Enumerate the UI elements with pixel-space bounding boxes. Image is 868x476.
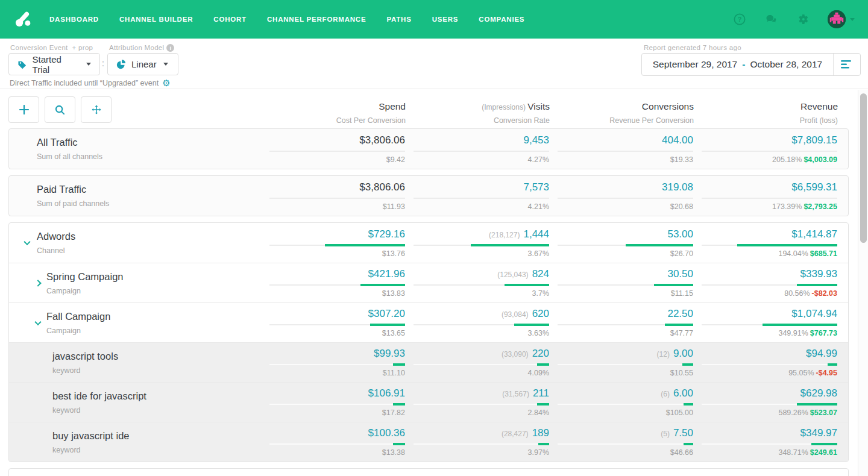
metric-value[interactable]: (31,567)211 bbox=[414, 387, 549, 399]
nav-item-channel-performance[interactable]: CHANNEL PERFORMANCE bbox=[267, 16, 366, 23]
chevron-down-icon[interactable] bbox=[34, 318, 41, 325]
table-row[interactable]: Spring CampaignCampaign$421.96$13.83(125… bbox=[9, 263, 848, 302]
metric-bar bbox=[269, 324, 405, 326]
column-header-spend: SpendCost Per Conversion bbox=[262, 96, 406, 125]
metric-value[interactable]: (93,084)620 bbox=[414, 308, 549, 320]
metric-value[interactable]: 9,453 bbox=[414, 134, 549, 146]
row-title: All Traffic bbox=[37, 137, 261, 148]
metric-value[interactable]: $307.20 bbox=[269, 308, 405, 320]
date-range-picker[interactable]: September 29, 2017-October 28, 2017 bbox=[641, 53, 861, 76]
metric-value[interactable]: (28,427)189 bbox=[414, 427, 549, 439]
reorder-button[interactable] bbox=[81, 96, 112, 123]
attribution-logo-icon[interactable] bbox=[13, 9, 34, 30]
metric-paren-value: (218,127) bbox=[489, 231, 520, 239]
row-name-cell[interactable]: Fall CampaignCampaign bbox=[9, 303, 261, 342]
date-options-button[interactable] bbox=[834, 60, 860, 69]
table-row[interactable]: VideoChannel$322.2037514.00$844.07 bbox=[9, 469, 848, 476]
avatar[interactable] bbox=[828, 10, 846, 28]
chevron-down-icon[interactable] bbox=[24, 239, 30, 245]
metric-bar bbox=[414, 150, 549, 152]
nav-item-companies[interactable]: COMPANIES bbox=[479, 16, 524, 23]
metric-value[interactable]: $94.99 bbox=[702, 348, 837, 360]
table-row[interactable]: javascript toolskeyword$99.93$11.10(33,0… bbox=[9, 342, 848, 382]
row-name-cell[interactable]: Spring CampaignCampaign bbox=[9, 263, 261, 302]
metric-paren-value: (6) bbox=[661, 390, 670, 398]
metric-value[interactable]: (33,090)220 bbox=[414, 348, 549, 360]
metric-value[interactable]: $99.93 bbox=[269, 348, 405, 360]
metric-cell: 404.00$19.33 bbox=[549, 129, 693, 169]
nav-item-users[interactable]: USERS bbox=[432, 16, 459, 23]
gear-icon[interactable] bbox=[796, 13, 808, 25]
row-name-cell[interactable]: All TrafficSum of all channels bbox=[9, 129, 261, 169]
row-name-cell[interactable]: javascript toolskeyword bbox=[9, 343, 261, 382]
metric-value[interactable]: 319.08 bbox=[558, 181, 693, 193]
metric-sub: 3.7% bbox=[414, 289, 549, 298]
metric-value[interactable]: 7,573 bbox=[414, 181, 549, 193]
metric-value[interactable]: 53.00 bbox=[558, 228, 693, 240]
nav-item-cohort[interactable]: COHORT bbox=[213, 16, 247, 23]
metric-cell: $339.9380.56%-$82.03 bbox=[693, 263, 837, 302]
row-name-cell[interactable]: AdwordsChannel bbox=[9, 223, 261, 263]
metric-cell: $7,809.15205.18%$4,003.09 bbox=[693, 129, 837, 169]
column-header-sub: Revenue Per Conversion bbox=[558, 116, 694, 125]
help-icon[interactable]: ? bbox=[734, 13, 746, 25]
nav-item-dashboard[interactable]: DASHBOARD bbox=[49, 16, 99, 23]
metric-cell: 30.50$11.15 bbox=[549, 263, 693, 302]
info-icon[interactable]: i bbox=[166, 44, 174, 52]
metric-value[interactable]: (6)6.00 bbox=[558, 387, 693, 399]
row-name-cell[interactable]: best ide for javascriptkeyword bbox=[9, 383, 261, 422]
metric-value[interactable]: $339.93 bbox=[702, 268, 837, 280]
nav-item-paths[interactable]: PATHS bbox=[386, 16, 411, 23]
metric-value[interactable]: $6,599.31 bbox=[702, 181, 837, 193]
metric-value[interactable]: $1,074.94 bbox=[702, 308, 837, 320]
metric-sub: $9.42 bbox=[269, 155, 405, 164]
table-row[interactable]: best ide for javascriptkeyword$106.91$17… bbox=[9, 382, 848, 422]
table-row[interactable]: Fall CampaignCampaign$307.20$13.65(93,08… bbox=[9, 302, 848, 342]
row-name-cell[interactable]: Paid TrafficSum of paid channels bbox=[9, 176, 261, 216]
metric-cell: $729.16$13.76 bbox=[261, 223, 405, 263]
table-row[interactable]: Paid TrafficSum of paid channels$3,806.0… bbox=[9, 176, 848, 216]
metric-value[interactable]: $106.91 bbox=[269, 387, 405, 399]
row-name-cell[interactable]: VideoChannel bbox=[9, 469, 261, 476]
metric-value[interactable]: 22.50 bbox=[558, 308, 693, 320]
table-row[interactable]: All TrafficSum of all channels$3,806.06$… bbox=[9, 129, 848, 169]
channel-performance-table: SpendCost Per Conversion(Impressions) Vi… bbox=[8, 89, 849, 476]
row-name-cell[interactable]: buy javascript idekeyword bbox=[9, 422, 261, 462]
metric-value[interactable]: (5)7.50 bbox=[558, 427, 693, 439]
chat-icon[interactable] bbox=[765, 13, 777, 25]
add-channel-button[interactable] bbox=[8, 96, 39, 123]
row-type-label: Campaign bbox=[46, 327, 261, 335]
metric-value[interactable]: (218,127)1,444 bbox=[414, 228, 549, 240]
metric-value[interactable]: $421.96 bbox=[269, 268, 405, 280]
metric-value[interactable]: $729.16 bbox=[269, 228, 405, 240]
metric-sub: 589.26%$523.07 bbox=[702, 409, 837, 417]
pie-chart-icon bbox=[116, 60, 126, 69]
add-prop-link[interactable]: + prop bbox=[72, 44, 93, 51]
metric-value[interactable]: $1,414.87 bbox=[702, 228, 837, 240]
metric-value[interactable]: (125,043)824 bbox=[414, 268, 549, 280]
metric-sub: 205.18%$4,003.09 bbox=[702, 155, 837, 164]
attribution-model-dropdown[interactable]: Linear bbox=[107, 53, 178, 75]
metric-value[interactable]: $100.36 bbox=[269, 427, 405, 439]
metric-value[interactable]: $7,809.15 bbox=[702, 134, 837, 146]
metric-value[interactable]: (12)9.00 bbox=[558, 348, 693, 360]
metric-value[interactable]: $349.97 bbox=[702, 427, 837, 439]
metric-cell: $421.96$13.83 bbox=[261, 263, 405, 302]
nav-item-channel-builder[interactable]: CHANNEL BUILDER bbox=[119, 16, 193, 23]
search-button[interactable] bbox=[45, 96, 75, 123]
settings-gear-icon[interactable]: ⚙ bbox=[162, 78, 170, 87]
user-menu[interactable] bbox=[828, 10, 855, 28]
table-row[interactable]: AdwordsChannel$729.16$13.76(218,127)1,44… bbox=[9, 223, 848, 263]
metric-value[interactable]: $629.98 bbox=[702, 387, 837, 399]
scrollbar-track[interactable] bbox=[858, 90, 868, 476]
metric-value[interactable]: 404.00 bbox=[558, 134, 693, 146]
filter-bar: Conversion Event + prop Attribution Mode… bbox=[0, 39, 868, 89]
conversion-event-dropdown[interactable]: Started Trial bbox=[8, 53, 100, 75]
metric-cell: 375 bbox=[405, 469, 549, 476]
metric-cell: $307.20$13.65 bbox=[261, 303, 405, 342]
chevron-right-icon[interactable] bbox=[34, 280, 41, 286]
table-row[interactable]: buy javascript idekeyword$100.36$13.38(2… bbox=[9, 422, 848, 462]
metric-sub: 3.67% bbox=[414, 249, 549, 258]
metric-value[interactable]: 30.50 bbox=[558, 268, 693, 280]
scrollbar-thumb[interactable] bbox=[860, 93, 867, 243]
